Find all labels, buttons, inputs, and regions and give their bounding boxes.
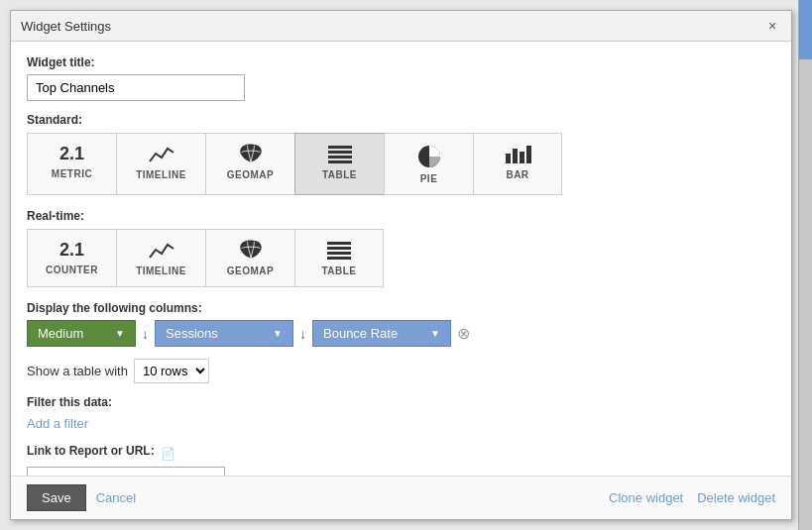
svg-rect-12: [327, 257, 351, 260]
close-button[interactable]: ×: [763, 17, 781, 35]
column3-dropdown[interactable]: Bounce Rate ▼: [312, 320, 451, 347]
standard-type-pie[interactable]: PIE: [384, 133, 473, 195]
standard-type-geomap[interactable]: GEOMAP: [205, 133, 294, 195]
delete-widget-link[interactable]: Delete widget: [697, 490, 775, 505]
svg-rect-11: [327, 252, 351, 255]
svg-rect-6: [513, 149, 518, 163]
dialog-titlebar: Widget Settings ×: [11, 11, 791, 42]
svg-rect-0: [328, 146, 352, 149]
add-filter-link[interactable]: Add a filter: [27, 416, 88, 431]
widget-title-input[interactable]: [27, 74, 245, 101]
realtime-type-table[interactable]: TABLE: [294, 229, 384, 287]
sort-icon-2: ↓: [299, 326, 306, 342]
standard-type-metric[interactable]: 2.1 METRIC: [27, 133, 116, 195]
realtime-widget-grid: 2.1 COUNTER TIMELINE: [27, 229, 775, 287]
show-table-prefix: Show a table with: [27, 364, 128, 378]
link-input[interactable]: [27, 467, 225, 476]
svg-rect-2: [328, 156, 352, 159]
link-section: Link to Report or URL: 📄: [27, 444, 775, 476]
clone-widget-link[interactable]: Clone widget: [609, 490, 683, 505]
svg-rect-10: [327, 247, 351, 250]
column3-value: Bounce Rate: [323, 326, 398, 341]
scrollbar-thumb[interactable]: [799, 0, 812, 59]
remove-column-icon[interactable]: ⊗: [457, 324, 470, 343]
standard-type-bar[interactable]: BAR: [473, 133, 562, 195]
rows-select[interactable]: 10 rows 25 rows 50 rows: [134, 359, 209, 383]
dialog-wrapper: Widget Settings × Widget title: Standard…: [0, 0, 812, 530]
footer-right: Clone widget Delete widget: [609, 490, 775, 505]
standard-label: Standard:: [27, 113, 775, 127]
column2-dropdown[interactable]: Sessions ▼: [155, 320, 293, 347]
realtime-type-counter[interactable]: 2.1 COUNTER: [27, 229, 116, 287]
columns-label: Display the following columns:: [27, 301, 775, 315]
save-button[interactable]: Save: [27, 484, 86, 511]
filter-section: Filter this data: Add a filter: [27, 395, 775, 432]
svg-rect-7: [520, 152, 524, 163]
link-label: Link to Report or URL:: [27, 444, 155, 458]
column2-arrow-icon: ▼: [273, 328, 283, 339]
columns-section: Display the following columns: Medium ▼ …: [27, 301, 775, 347]
svg-rect-5: [506, 154, 511, 163]
column1-arrow-icon: ▼: [115, 328, 125, 339]
columns-row: Medium ▼ ↓ Sessions ▼ ↓ Bounce Rate ▼: [27, 320, 775, 347]
widget-title-label: Widget title:: [27, 55, 775, 69]
sort-icon-1: ↓: [142, 326, 149, 342]
show-table-row: Show a table with 10 rows 25 rows 50 row…: [27, 359, 775, 383]
standard-type-table[interactable]: TABLE: [294, 133, 384, 195]
realtime-type-geomap[interactable]: GEOMAP: [205, 229, 294, 287]
svg-rect-1: [328, 151, 352, 154]
svg-rect-3: [328, 160, 352, 163]
svg-rect-8: [526, 146, 531, 163]
dialog-footer: Save Cancel Clone widget Delete widget: [11, 476, 791, 519]
dialog-title: Widget Settings: [21, 19, 111, 34]
realtime-label: Real-time:: [27, 209, 775, 223]
column1-value: Medium: [38, 326, 83, 341]
column2-value: Sessions: [166, 326, 218, 341]
standard-type-timeline[interactable]: TIMELINE: [116, 133, 205, 195]
cancel-button[interactable]: Cancel: [96, 490, 136, 505]
column3-arrow-icon: ▼: [430, 328, 440, 339]
dialog: Widget Settings × Widget title: Standard…: [10, 10, 792, 520]
realtime-type-timeline[interactable]: TIMELINE: [116, 229, 205, 287]
column1-dropdown[interactable]: Medium ▼: [27, 320, 136, 347]
link-icon: 📄: [161, 447, 175, 461]
link-label-row: Link to Report or URL: 📄: [27, 444, 775, 463]
filter-label: Filter this data:: [27, 395, 775, 409]
scrollbar[interactable]: [798, 0, 812, 530]
dialog-body: Widget title: Standard: 2.1 METRIC: [11, 42, 791, 476]
svg-rect-9: [327, 242, 351, 245]
standard-widget-grid: 2.1 METRIC TIMELINE: [27, 133, 775, 195]
